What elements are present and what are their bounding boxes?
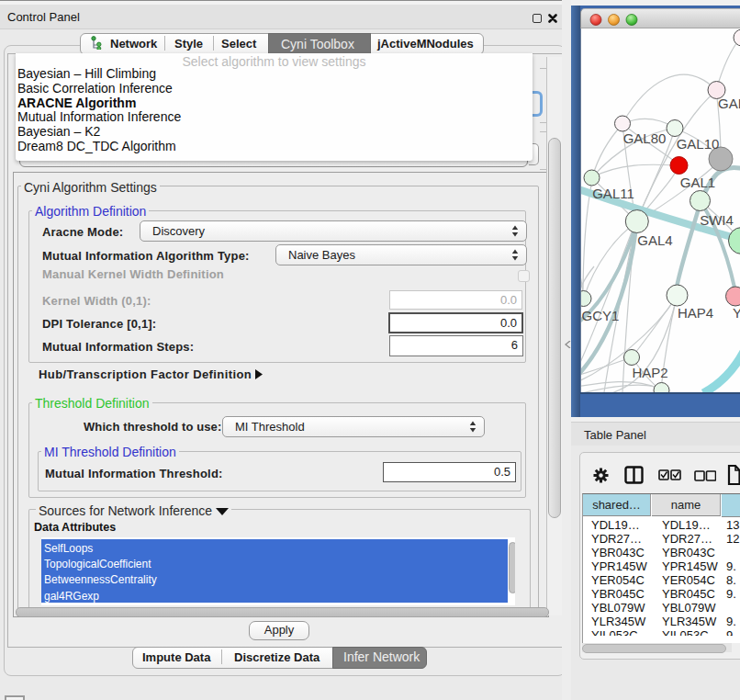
svg-text:HAP4: HAP4 [678,305,713,321]
svg-text:GAL7: GAL7 [718,96,740,111]
svg-text:HAP2: HAP2 [632,365,667,380]
svg-text:GCY1: GCY1 [582,308,620,323]
svg-text:GAL1: GAL1 [680,175,715,190]
svg-text:GAL80: GAL80 [623,130,667,146]
svg-text:YE: YE [733,305,740,321]
svg-text:GAL10: GAL10 [677,136,720,152]
svg-text:SWI4: SWI4 [700,212,734,228]
svg-text:GAL4: GAL4 [637,232,672,248]
svg-text:GAL11: GAL11 [592,186,634,201]
